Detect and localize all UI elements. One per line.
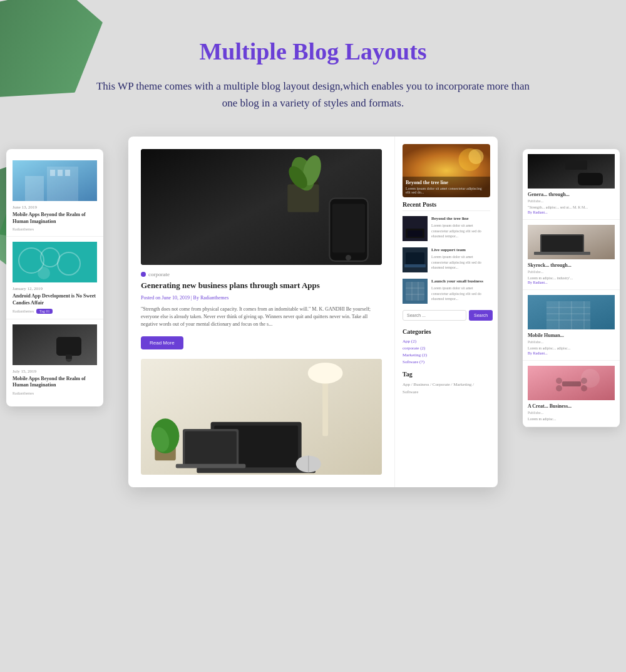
featured-image: Beyond the tree line Lorem ipsum dolor s…: [403, 144, 490, 197]
right-post-image: [528, 366, 615, 400]
category-item[interactable]: App (2): [403, 339, 490, 344]
right-post-author: By Radiant...: [528, 210, 615, 214]
right-sidebar-mockup: Genera... through... Publishe... "Streng…: [523, 149, 620, 427]
blog-excerpt: "Strength does not come from physical ca…: [141, 306, 382, 328]
sidebar-post-author: Radianthemes: [13, 309, 34, 313]
right-post-meta: Publishe...: [528, 270, 615, 274]
list-item: January 12, 2019 Android App Development…: [6, 237, 103, 319]
right-post-desc: "Strength... adipisc... sed ut... M. K M…: [528, 205, 615, 210]
featured-overlay: Beyond the tree line Lorem ipsum dolor s…: [403, 177, 490, 197]
right-post-meta: Publishe...: [528, 199, 615, 203]
right-post-title: Genera... through...: [528, 192, 615, 197]
sidebar-post-date: June 13, 2019: [13, 205, 97, 210]
blog-post-title: Generating new business plans through sm…: [141, 281, 382, 291]
svg-rect-43: [408, 230, 423, 237]
right-post-desc: Lorem m adipisc... industry'...: [528, 276, 615, 281]
recent-post-item: Beyond the tree line Lorem ipsum dolor s…: [403, 216, 490, 241]
search-button[interactable]: Search: [469, 310, 493, 321]
recent-post-thumbnail: [403, 279, 428, 304]
list-item: July 15, 2019 Mobile Apps Beyond the Rea…: [6, 319, 103, 400]
hero-image: [141, 149, 382, 265]
svg-rect-11: [13, 324, 97, 365]
right-post-title: Skyrock... through...: [528, 262, 615, 268]
svg-rect-48: [406, 282, 424, 301]
svg-rect-5: [65, 170, 70, 176]
svg-rect-1: [25, 176, 44, 201]
sidebar-post-author: Radianthemes: [13, 227, 97, 231]
featured-post-title: Beyond the tree line: [406, 180, 487, 185]
svg-rect-55: [578, 173, 603, 185]
svg-rect-4: [58, 170, 63, 176]
recent-post-thumbnail: [403, 216, 428, 241]
featured-post-desc: Lorem ipsum dolor sit amet consectetur a…: [406, 187, 487, 194]
svg-rect-54: [565, 160, 587, 170]
recent-post-info: Beyond the tree line Lorem ipsum dolor s…: [431, 216, 490, 239]
svg-point-23: [346, 255, 351, 261]
right-post-item: A Creat... Business... Publishe... Lorem…: [523, 361, 620, 427]
recent-post-item: Live support team Lorem ipsum dolor sit …: [403, 247, 490, 272]
tags-list: App / Business / Corporate / Marketing /…: [403, 381, 490, 395]
right-post-image: [528, 225, 615, 259]
right-post-author: By Radiant...: [528, 351, 615, 355]
svg-rect-14: [66, 354, 72, 359]
svg-rect-32: [176, 464, 246, 468]
blog-category: corporate: [141, 271, 382, 277]
svg-point-10: [38, 267, 50, 279]
svg-rect-12: [56, 337, 81, 356]
blog-layout: corporate Generating new business plans …: [128, 137, 498, 487]
svg-rect-29: [197, 468, 316, 473]
tag-section: Tag App / Business / Corporate / Marketi…: [403, 371, 490, 395]
right-post-title: A Creat... Business...: [528, 403, 615, 409]
svg-point-26: [308, 363, 343, 383]
svg-point-40: [469, 149, 484, 164]
right-post-title: Mobile Human...: [528, 333, 615, 338]
recent-post-info: Launch your small business Lorem ipsum d…: [431, 279, 490, 301]
second-post-image: [141, 359, 382, 475]
category-item[interactable]: corporate (2): [403, 346, 490, 351]
recent-post-desc: Lorem ipsum dolor sit amet consectetur a…: [431, 223, 490, 239]
recent-post-title: Launch your small business: [431, 279, 490, 284]
right-post-meta: Publishe...: [528, 340, 615, 344]
svg-rect-46: [404, 264, 426, 267]
blog-main-content: corporate Generating new business plans …: [128, 137, 394, 487]
left-sidebar-mockup: June 13, 2019 Mobile Apps Beyond the Rea…: [6, 149, 103, 406]
mockup-area: June 13, 2019 Mobile Apps Beyond the Rea…: [6, 137, 620, 487]
category-item[interactable]: Software (7): [403, 359, 490, 364]
right-post-image: [528, 295, 615, 329]
sidebar-post-date: January 12, 2019: [13, 286, 97, 291]
svg-rect-22: [332, 204, 365, 253]
search-box: Search: [403, 310, 490, 321]
sidebar-post-date: July 15, 2019: [13, 369, 97, 374]
sidebar-post-image: [13, 324, 97, 365]
svg-rect-45: [406, 252, 424, 265]
recent-post-info: Live support team Lorem ipsum dolor sit …: [431, 247, 490, 270]
svg-rect-70: [562, 381, 581, 386]
category-item[interactable]: Marketing (2): [403, 353, 490, 358]
recent-posts-heading: Recent Posts: [403, 201, 490, 211]
tag-heading: Tag: [403, 371, 490, 378]
section-title: Multiple Blog Layouts: [199, 38, 426, 65]
recent-post-title: Live support team: [431, 247, 490, 253]
sidebar-post-image: [13, 160, 97, 201]
category-dot: [141, 272, 146, 277]
recent-post-thumbnail: [403, 247, 428, 272]
right-post-item: Mobile Human... Publishe... Lorem m adip…: [523, 290, 620, 360]
svg-rect-58: [541, 235, 583, 252]
svg-point-72: [581, 378, 587, 384]
right-post-meta: Publishe...: [528, 411, 615, 415]
search-input[interactable]: [403, 310, 466, 321]
svg-rect-3: [50, 170, 55, 176]
center-blog-mockup: corporate Generating new business plans …: [128, 137, 498, 487]
svg-rect-31: [185, 432, 237, 465]
read-more-button[interactable]: Read More: [141, 336, 183, 349]
recent-post-item: Launch your small business Lorem ipsum d…: [403, 279, 490, 304]
svg-point-73: [556, 385, 562, 391]
right-post-image: [528, 154, 615, 189]
blog-meta: Posted on June 10, 2019 | By Radiantheme…: [141, 295, 382, 301]
sidebar-post-title: Mobile Apps Beyond the Realm of Human Im…: [13, 376, 97, 389]
blog-sidebar: Beyond the tree line Lorem ipsum dolor s…: [394, 137, 498, 487]
right-post-item: Skyrock... through... Publishe... Lorem …: [523, 220, 620, 290]
sidebar-post-tag: Tag 01: [36, 309, 53, 314]
recent-post-desc: Lorem ipsum dolor sit amet consectetur a…: [431, 254, 490, 270]
sidebar-post-image: [13, 242, 97, 282]
